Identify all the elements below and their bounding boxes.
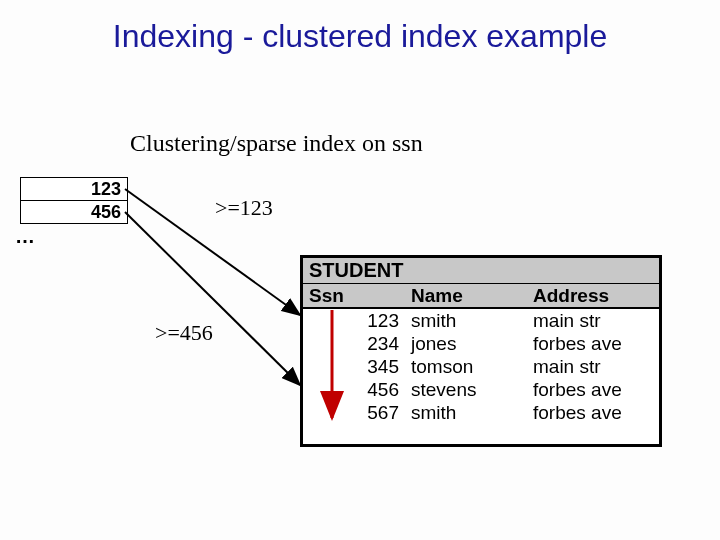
index-entry: 456 bbox=[21, 201, 128, 224]
index-table: 123 456 bbox=[20, 177, 128, 224]
cell-name: smith bbox=[405, 308, 527, 332]
cell-ssn: 345 bbox=[303, 355, 405, 378]
table-row: 123 bbox=[21, 178, 128, 201]
col-header-name: Name bbox=[405, 284, 527, 309]
cell-address: main str bbox=[527, 308, 659, 332]
cell-address: main str bbox=[527, 355, 659, 378]
table-row-blank bbox=[303, 424, 659, 444]
cell-ssn: 567 bbox=[303, 401, 405, 424]
pointer-line bbox=[125, 189, 300, 315]
cell-name: smith bbox=[405, 401, 527, 424]
col-header-address: Address bbox=[527, 284, 659, 309]
slide-subtitle: Clustering/sparse index on ssn bbox=[130, 130, 423, 157]
label-ge456: >=456 bbox=[155, 320, 213, 346]
cell-address: forbes ave bbox=[527, 401, 659, 424]
slide: Indexing - clustered index example Clust… bbox=[0, 0, 720, 540]
col-header-ssn: Ssn bbox=[303, 284, 405, 309]
slide-title: Indexing - clustered index example bbox=[0, 18, 720, 55]
table-header-row: Ssn Name Address bbox=[303, 284, 659, 309]
table-row: 345 tomson main str bbox=[303, 355, 659, 378]
table-row: 123 smith main str bbox=[303, 308, 659, 332]
cell-ssn: 456 bbox=[303, 378, 405, 401]
index-entry: 123 bbox=[21, 178, 128, 201]
table-row: 567 smith forbes ave bbox=[303, 401, 659, 424]
table-caption-row: STUDENT bbox=[303, 258, 659, 284]
cell-ssn: 123 bbox=[303, 308, 405, 332]
table-row: 456 stevens forbes ave bbox=[303, 378, 659, 401]
cell-name: jones bbox=[405, 332, 527, 355]
cell-name: stevens bbox=[405, 378, 527, 401]
cell-address: forbes ave bbox=[527, 332, 659, 355]
index-ellipsis: … bbox=[15, 225, 35, 248]
pointer-line bbox=[125, 212, 300, 385]
cell-address: forbes ave bbox=[527, 378, 659, 401]
cell-ssn: 234 bbox=[303, 332, 405, 355]
label-ge123: >=123 bbox=[215, 195, 273, 221]
table-row: 234 jones forbes ave bbox=[303, 332, 659, 355]
student-table: STUDENT Ssn Name Address 123 smith main … bbox=[300, 255, 662, 447]
table-row: 456 bbox=[21, 201, 128, 224]
cell-name: tomson bbox=[405, 355, 527, 378]
student-caption: STUDENT bbox=[303, 258, 659, 284]
